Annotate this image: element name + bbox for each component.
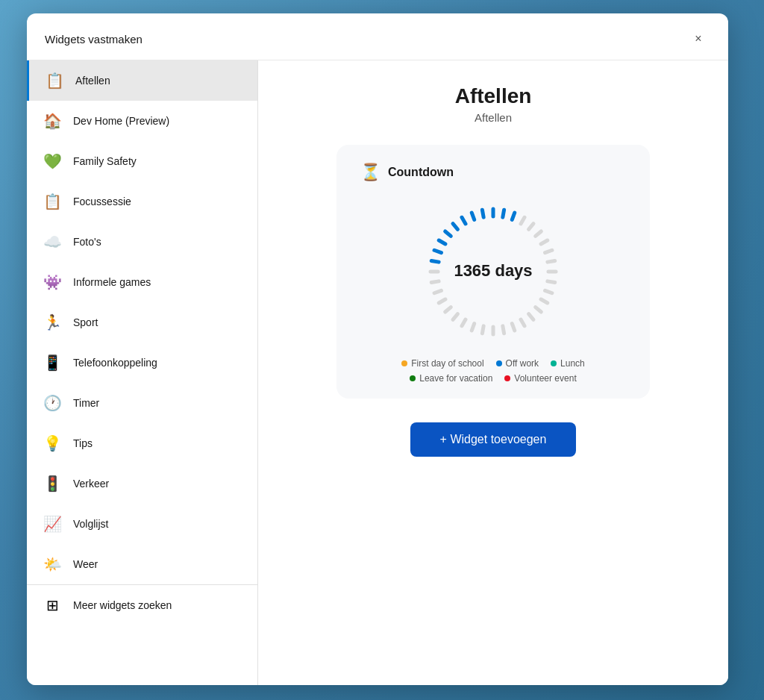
legend-item: Leave for vacation xyxy=(410,373,492,384)
sidebar-bottom: ⊞ Meer widgets zoeken xyxy=(27,584,257,625)
sidebar-item-volglijst[interactable]: 📈Volglijst xyxy=(27,504,257,544)
progress-tick xyxy=(503,326,504,334)
legend-dot xyxy=(496,360,502,366)
sidebar-item-focussessie[interactable]: 📋Focussessie xyxy=(27,181,257,222)
progress-tick xyxy=(472,213,474,219)
sidebar-item-label: Aftellen xyxy=(75,75,110,87)
fotos-icon: ☁️ xyxy=(42,231,63,252)
legend-dot xyxy=(401,360,407,366)
legend-label: Lunch xyxy=(560,358,585,369)
add-widget-button[interactable]: + Widget toevoegen xyxy=(410,422,577,457)
modal: Widgets vastmaken × 📋Aftellen🏠Dev Home (… xyxy=(27,13,728,685)
legend: First day of schoolOff workLunchLeave fo… xyxy=(360,358,626,384)
progress-tick xyxy=(445,307,451,312)
close-button[interactable]: × xyxy=(686,27,710,51)
progress-tick xyxy=(536,231,542,236)
legend-item: Lunch xyxy=(551,358,585,369)
sidebar-item-tips[interactable]: 💡Tips xyxy=(27,423,257,463)
verkeer-icon: 🚦 xyxy=(42,473,63,494)
progress-tick xyxy=(431,260,439,262)
progress-tick xyxy=(548,281,555,283)
sidebar-item-label: Verkeer xyxy=(73,478,109,490)
progress-tick xyxy=(512,213,514,219)
focussessie-icon: 📋 xyxy=(42,191,63,212)
progress-tick xyxy=(462,319,466,326)
progress-tick xyxy=(512,324,514,331)
aftellen-icon: 📋 xyxy=(44,70,65,91)
progress-tick xyxy=(439,240,445,244)
sidebar-item-informele-games[interactable]: 👾Informele games xyxy=(27,262,257,302)
progress-tick xyxy=(431,281,439,283)
progress-tick xyxy=(434,250,441,252)
weer-icon: 🌤️ xyxy=(42,554,63,575)
legend-item: First day of school xyxy=(401,358,483,369)
progress-tick xyxy=(482,210,483,217)
progress-tick xyxy=(541,240,548,244)
legend-label: Leave for vacation xyxy=(419,373,492,384)
sidebar-item-aftellen[interactable]: 📋Aftellen xyxy=(27,60,257,101)
progress-tick xyxy=(541,299,548,303)
circular-progress-container: 1365 days xyxy=(360,197,626,346)
sport-icon: 🏃 xyxy=(42,312,63,333)
informele-games-icon: 👾 xyxy=(42,272,63,293)
sidebar-item-telefoonkoppeling[interactable]: 📱Telefoonkoppeling xyxy=(27,343,257,383)
progress-tick xyxy=(482,326,483,334)
progress-tick xyxy=(453,224,457,230)
progress-tick xyxy=(529,314,533,320)
progress-tick xyxy=(439,299,445,303)
sidebar-item-label: Sport xyxy=(73,316,98,328)
modal-header: Widgets vastmaken × xyxy=(27,13,728,60)
timer-icon: 🕐 xyxy=(42,393,63,413)
content-subtitle: Aftellen xyxy=(475,111,512,124)
progress-tick xyxy=(545,250,552,252)
legend-item: Off work xyxy=(496,358,539,369)
dev-home-icon: 🏠 xyxy=(42,110,63,131)
progress-tick xyxy=(453,314,457,320)
progress-tick xyxy=(472,324,474,331)
legend-dot xyxy=(410,375,416,381)
tips-icon: 💡 xyxy=(42,433,63,454)
modal-title: Widgets vastmaken xyxy=(45,33,143,46)
sidebar-item-label: Informele games xyxy=(73,276,151,288)
sidebar-item-verkeer[interactable]: 🚦Verkeer xyxy=(27,463,257,504)
progress-tick xyxy=(434,290,441,293)
sidebar-item-fotos[interactable]: ☁️Foto's xyxy=(27,222,257,262)
legend-dot xyxy=(504,375,510,381)
sidebar-item-label: Dev Home (Preview) xyxy=(73,115,169,127)
circular-progress-svg: 1365 days xyxy=(419,197,568,346)
countdown-label: Countdown xyxy=(388,166,454,179)
hourglass-icon: ⏳ xyxy=(360,163,381,182)
sidebar-item-label: Telefoonkoppeling xyxy=(73,357,157,369)
progress-tick xyxy=(536,307,542,312)
sidebar-item-weer[interactable]: 🌤️Weer xyxy=(27,544,257,584)
progress-tick xyxy=(545,290,552,293)
sidebar-item-family-safety[interactable]: 💚Family Safety xyxy=(27,141,257,181)
sidebar-item-sport[interactable]: 🏃Sport xyxy=(27,302,257,343)
progress-tick xyxy=(521,319,525,326)
sidebar-item-label: Weer xyxy=(73,558,98,570)
legend-label: Volunteer event xyxy=(514,373,576,384)
countdown-card: ⏳ Countdown 1365 days First day of schoo… xyxy=(336,145,650,399)
legend-item: Volunteer event xyxy=(504,373,576,384)
sidebar-item-meer-widgets[interactable]: ⊞ Meer widgets zoeken xyxy=(27,585,257,625)
sidebar-item-label: Volglijst xyxy=(73,518,108,530)
countdown-header: ⏳ Countdown xyxy=(360,163,454,182)
sidebar-item-label: Foto's xyxy=(73,236,101,248)
volglijst-icon: 📈 xyxy=(42,513,63,534)
modal-body: 📋Aftellen🏠Dev Home (Preview)💚Family Safe… xyxy=(27,60,728,685)
sidebar-item-label: Tips xyxy=(73,437,93,449)
family-safety-icon: 💚 xyxy=(42,151,63,172)
progress-tick xyxy=(445,231,451,236)
progress-tick xyxy=(521,217,525,224)
telefoonkoppeling-icon: 📱 xyxy=(42,352,63,373)
sidebar-item-label: Timer xyxy=(73,397,99,409)
sidebar: 📋Aftellen🏠Dev Home (Preview)💚Family Safe… xyxy=(27,60,258,685)
legend-label: First day of school xyxy=(411,358,483,369)
main-content: Aftellen Aftellen ⏳ Countdown 1365 days … xyxy=(258,60,728,685)
legend-label: Off work xyxy=(506,358,539,369)
sidebar-item-dev-home[interactable]: 🏠Dev Home (Preview) xyxy=(27,101,257,141)
sidebar-item-label: Meer widgets zoeken xyxy=(73,599,172,611)
legend-dot xyxy=(551,360,557,366)
sidebar-item-timer[interactable]: 🕐Timer xyxy=(27,383,257,423)
progress-tick xyxy=(548,260,555,262)
